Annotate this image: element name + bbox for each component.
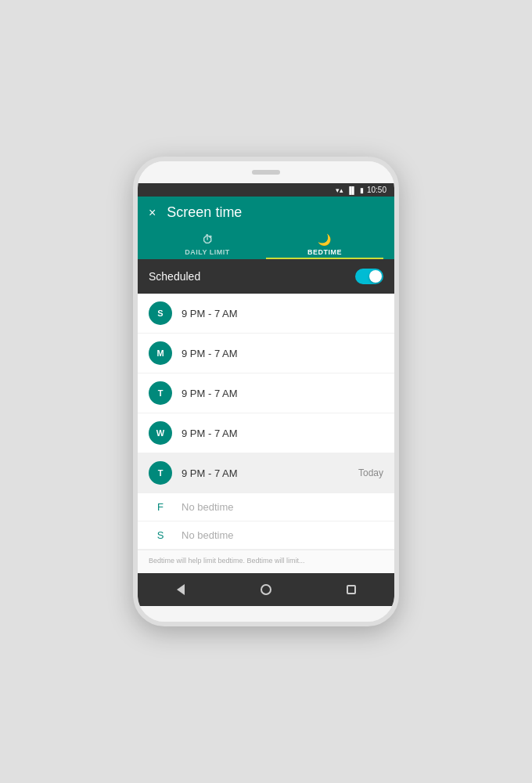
day-letter-saturday: S <box>149 529 172 541</box>
time-thursday: 9 PM - 7 AM <box>182 467 349 479</box>
no-bedtime-friday: No bedtime <box>182 501 233 513</box>
schedule-item-thursday[interactable]: T 9 PM - 7 AM Today <box>138 453 394 493</box>
timer-icon: ⏱ <box>202 233 214 246</box>
tab-bedtime-label: BEDTIME <box>307 248 342 256</box>
day-letter-monday: M <box>156 348 164 358</box>
schedule-item-saturday[interactable]: S No bedtime <box>138 521 394 550</box>
no-bedtime-saturday: No bedtime <box>182 529 233 541</box>
back-icon <box>177 584 185 595</box>
home-button[interactable] <box>252 576 280 604</box>
status-icons: ▾▴ ▐▌ ▮ 10:50 <box>336 186 386 194</box>
day-circle-monday: M <box>149 341 172 365</box>
day-letter-tuesday: T <box>158 388 164 398</box>
day-letter-friday: F <box>149 501 172 513</box>
day-circle-tuesday: T <box>149 381 172 405</box>
schedule-item-wednesday[interactable]: W 9 PM - 7 AM <box>138 413 394 453</box>
day-letter-thursday: T <box>158 468 164 478</box>
today-badge: Today <box>358 467 383 478</box>
day-circle-sunday: S <box>149 301 172 325</box>
phone-frame: ▾▴ ▐▌ ▮ 10:50 × Screen time ⏱ DAILY LIMI… <box>133 157 399 626</box>
schedule-list: S 9 PM - 7 AM M 9 PM - 7 AM T 9 PM - 7 A… <box>138 294 394 573</box>
nav-bar <box>138 573 394 606</box>
footer-text: Bedtime will help limit bedtime. Bedtime… <box>149 557 305 565</box>
app-title: Screen time <box>167 204 242 221</box>
time-sunday: 9 PM - 7 AM <box>182 308 383 319</box>
recents-button[interactable] <box>337 576 365 604</box>
battery-icon: ▮ <box>360 186 364 194</box>
toggle-thumb <box>369 270 382 283</box>
time-tuesday: 9 PM - 7 AM <box>182 388 383 399</box>
schedule-item-sunday[interactable]: S 9 PM - 7 AM <box>138 294 394 334</box>
tab-daily-limit-label: DAILY LIMIT <box>185 248 230 256</box>
back-button[interactable] <box>167 576 195 604</box>
wifi-icon: ▾▴ <box>336 186 343 194</box>
day-circle-wednesday: W <box>149 421 172 445</box>
phone-bottom-bar <box>138 606 394 622</box>
time-monday: 9 PM - 7 AM <box>182 348 383 359</box>
day-letter-wednesday: W <box>156 428 164 438</box>
schedule-item-tuesday[interactable]: T 9 PM - 7 AM <box>138 373 394 413</box>
status-bar: ▾▴ ▐▌ ▮ 10:50 <box>138 183 394 197</box>
status-time: 10:50 <box>367 186 386 194</box>
scheduled-bar: Scheduled <box>138 259 394 294</box>
moon-icon: 🌙 <box>318 233 332 246</box>
day-circle-thursday: T <box>149 461 172 485</box>
scheduled-toggle[interactable] <box>355 269 383 284</box>
header-top: × Screen time <box>149 204 383 221</box>
schedule-item-friday[interactable]: F No bedtime <box>138 493 394 521</box>
phone-top-bar <box>138 161 394 183</box>
close-button[interactable]: × <box>149 206 156 220</box>
home-icon <box>261 584 271 595</box>
signal-icon: ▐▌ <box>347 186 357 194</box>
recents-icon <box>347 585 356 594</box>
footer-note: Bedtime will help limit bedtime. Bedtime… <box>138 550 394 571</box>
app-header: × Screen time ⏱ DAILY LIMIT 🌙 BEDTIME <box>138 197 394 259</box>
day-letter-sunday: S <box>157 309 163 318</box>
tab-bedtime[interactable]: 🌙 BEDTIME <box>266 229 383 259</box>
tab-active-indicator <box>266 258 383 259</box>
scheduled-label: Scheduled <box>149 270 200 283</box>
time-wednesday: 9 PM - 7 AM <box>182 428 383 439</box>
tab-daily-limit[interactable]: ⏱ DAILY LIMIT <box>149 229 266 259</box>
tabs: ⏱ DAILY LIMIT 🌙 BEDTIME <box>149 229 383 259</box>
speaker <box>252 170 280 175</box>
phone-screen: ▾▴ ▐▌ ▮ 10:50 × Screen time ⏱ DAILY LIMI… <box>138 183 394 606</box>
schedule-item-monday[interactable]: M 9 PM - 7 AM <box>138 334 394 373</box>
